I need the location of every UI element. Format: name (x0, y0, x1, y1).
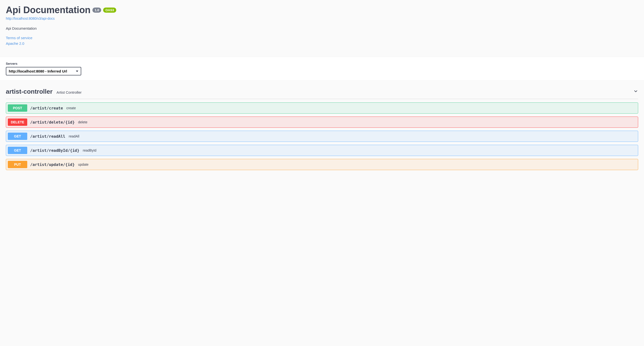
operation-row[interactable]: PUT/artist/update/{id}update (6, 159, 638, 170)
controller-name: artist-controller (6, 88, 52, 95)
operation-path: /artist/readById/{id} (30, 148, 79, 153)
operation-summary: delete (78, 120, 87, 124)
operation-summary: readById (83, 148, 96, 152)
operation-row[interactable]: GET/artist/readAllreadAll (6, 131, 638, 142)
method-badge: PUT (8, 161, 27, 168)
operation-row[interactable]: DELETE/artist/delete/{id}delete (6, 117, 638, 128)
operation-path: /artist/readAll (30, 134, 66, 139)
method-badge: GET (8, 147, 27, 154)
operation-summary: create (66, 106, 76, 110)
operation-summary: readAll (69, 134, 80, 138)
oas-badge: OAS3 (103, 8, 116, 13)
operation-row[interactable]: GET/artist/readById/{id}readById (6, 145, 638, 156)
chevron-down-icon (633, 89, 638, 95)
api-title: Api Documentation (6, 5, 90, 15)
operations-list: POST/artist/createcreateDELETE/artist/de… (6, 102, 638, 170)
title-row: Api Documentation 1.0 OAS3 (6, 5, 638, 15)
method-badge: DELETE (8, 119, 27, 126)
operation-summary: update (78, 163, 88, 166)
controllers-section: artist-controller Artist Controller POST… (0, 81, 644, 180)
method-badge: GET (8, 133, 27, 140)
server-select-wrapper: http://localhost:8080 - Inferred Url (6, 67, 81, 75)
version-badge: 1.0 (92, 8, 101, 13)
operation-row[interactable]: POST/artist/createcreate (6, 102, 638, 114)
servers-section: Servers http://localhost:8080 - Inferred… (0, 57, 644, 81)
method-badge: POST (8, 104, 27, 112)
api-docs-url-link[interactable]: http://localhost:8080/v3/api-docs (6, 17, 55, 21)
operation-path: /artist/update/{id} (30, 162, 75, 167)
terms-of-service-link[interactable]: Terms of service (6, 36, 638, 40)
operation-path: /artist/delete/{id} (30, 120, 75, 125)
license-link[interactable]: Apache 2.0 (6, 41, 638, 46)
controller-title-wrap: artist-controller Artist Controller (6, 88, 82, 95)
controller-header[interactable]: artist-controller Artist Controller (6, 88, 638, 99)
api-description: Api Documentation (6, 26, 638, 31)
operation-path: /artist/create (30, 106, 63, 111)
controller-description: Artist Controller (56, 90, 82, 94)
header-section: Api Documentation 1.0 OAS3 http://localh… (0, 0, 644, 57)
server-select[interactable]: http://localhost:8080 - Inferred Url (6, 67, 81, 75)
servers-label: Servers (6, 62, 638, 66)
